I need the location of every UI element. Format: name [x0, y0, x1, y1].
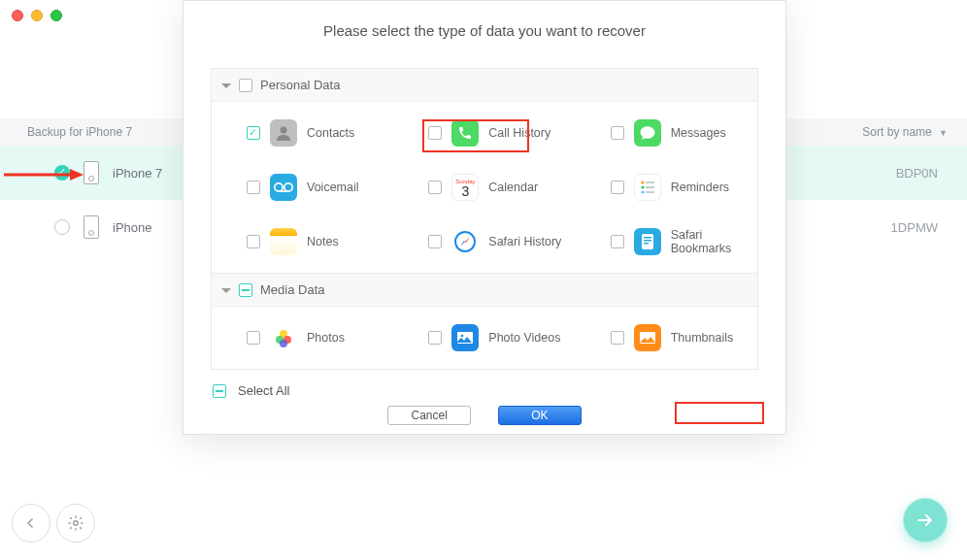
item-label: Voicemail [307, 181, 359, 194]
item-label: Photos [307, 331, 345, 345]
item-label: Messages [671, 126, 726, 140]
radio-unselected-icon[interactable] [54, 219, 70, 235]
chevron-down-icon: ▼ [939, 128, 948, 138]
window-controls [12, 10, 62, 21]
checkbox[interactable] [428, 235, 442, 248]
svg-marker-1 [70, 169, 83, 181]
item-photo-videos[interactable]: Photo Videos [393, 311, 575, 365]
svg-point-27 [74, 521, 79, 526]
sort-by-dropdown[interactable]: Sort by name ▼ [862, 125, 948, 139]
modal-buttons: Cancel OK [211, 406, 758, 425]
next-button[interactable] [903, 498, 948, 543]
photo-videos-icon [451, 324, 479, 351]
cancel-button[interactable]: Cancel [387, 406, 471, 425]
notes-icon [270, 228, 297, 255]
chevron-down-icon [221, 288, 231, 298]
checkbox[interactable] [428, 126, 442, 140]
checkbox[interactable] [611, 126, 624, 140]
checkbox[interactable] [247, 331, 260, 345]
voicemail-icon [270, 174, 297, 201]
backup-title: Backup for iPhone 7 [27, 125, 132, 139]
back-button[interactable] [12, 504, 50, 543]
item-label: Notes [307, 235, 339, 248]
item-label: Safari Bookmarks [671, 228, 748, 255]
item-calendar[interactable]: Sunday 3 Calendar [393, 160, 575, 214]
item-label: Photo Videos [488, 331, 560, 345]
photos-icon [270, 324, 297, 351]
personal-data-label: Personal Data [260, 78, 340, 92]
zoom-window-icon[interactable] [50, 10, 62, 21]
svg-rect-7 [646, 181, 654, 183]
item-safari-history[interactable]: Safari History [393, 214, 575, 269]
svg-point-2 [281, 127, 287, 134]
svg-rect-17 [644, 237, 651, 239]
phone-call-icon [451, 119, 479, 147]
select-all-label: Select All [238, 383, 289, 398]
device-name: iPhone [113, 220, 151, 235]
minimize-window-icon[interactable] [31, 10, 43, 21]
svg-rect-9 [646, 186, 654, 188]
device-serial: BDP0N [896, 166, 938, 181]
checkbox[interactable] [428, 181, 442, 194]
close-window-icon[interactable] [12, 10, 23, 21]
contacts-icon [270, 119, 297, 147]
svg-point-8 [641, 185, 644, 188]
checkbox[interactable] [247, 126, 260, 140]
item-label: Reminders [671, 181, 729, 194]
item-notes[interactable]: Notes [212, 214, 393, 269]
phone-icon [83, 215, 99, 239]
item-messages[interactable]: Messages [576, 106, 757, 160]
device-serial: 1DPMW [891, 220, 938, 235]
checkbox[interactable] [428, 331, 442, 345]
personal-data-header[interactable]: Personal Data [212, 69, 757, 102]
personal-data-checkbox[interactable] [239, 79, 252, 92]
modal-title: Please select the type of data you want … [211, 22, 758, 39]
svg-rect-18 [644, 240, 651, 242]
device-name: iPhone 7 [113, 166, 162, 181]
messages-icon [634, 119, 661, 147]
select-all-row[interactable]: Select All [213, 383, 758, 398]
item-thumbnails[interactable]: Thumbnails [576, 311, 757, 365]
media-data-section: Media Data Photos [211, 274, 758, 370]
thumbnails-icon [634, 324, 661, 351]
calendar-icon: Sunday 3 [451, 174, 479, 201]
item-reminders[interactable]: Reminders [576, 160, 757, 214]
item-label: Calendar [488, 181, 538, 194]
media-data-label: Media Data [260, 282, 324, 297]
checkbox[interactable] [611, 235, 624, 248]
svg-rect-19 [644, 243, 649, 245]
item-call-history[interactable]: Call History [393, 106, 575, 160]
item-label: Call History [488, 126, 550, 140]
checkbox[interactable] [611, 181, 624, 194]
reminders-icon [634, 174, 661, 201]
phone-icon [83, 161, 99, 184]
svg-point-4 [284, 183, 292, 191]
item-label: Safari History [488, 235, 561, 248]
item-contacts[interactable]: Contacts [212, 106, 393, 160]
chevron-down-icon [221, 83, 231, 93]
ok-button[interactable]: OK [498, 406, 582, 425]
item-safari-bookmarks[interactable]: Safari Bookmarks [576, 214, 757, 269]
annotation-arrow-icon [4, 169, 83, 181]
media-data-header[interactable]: Media Data [212, 274, 757, 307]
svg-point-10 [641, 190, 644, 193]
svg-point-3 [275, 183, 283, 191]
svg-point-6 [641, 181, 644, 183]
item-label: Thumbnails [671, 331, 734, 345]
safari-bookmarks-icon [634, 228, 661, 255]
svg-point-23 [280, 340, 287, 347]
select-all-checkbox[interactable] [213, 384, 226, 398]
media-data-checkbox[interactable] [239, 283, 252, 297]
personal-data-section: Personal Data Contacts Call History [211, 68, 758, 274]
svg-point-25 [461, 335, 464, 338]
item-photos[interactable]: Photos [212, 311, 393, 365]
item-voicemail[interactable]: Voicemail [212, 160, 393, 214]
settings-button[interactable] [56, 504, 95, 543]
recover-type-modal: Please select the type of data you want … [183, 0, 786, 435]
svg-rect-11 [646, 191, 654, 193]
svg-rect-16 [642, 234, 653, 249]
item-label: Contacts [307, 126, 354, 140]
checkbox[interactable] [611, 331, 624, 345]
checkbox[interactable] [247, 181, 260, 194]
checkbox[interactable] [247, 235, 260, 248]
